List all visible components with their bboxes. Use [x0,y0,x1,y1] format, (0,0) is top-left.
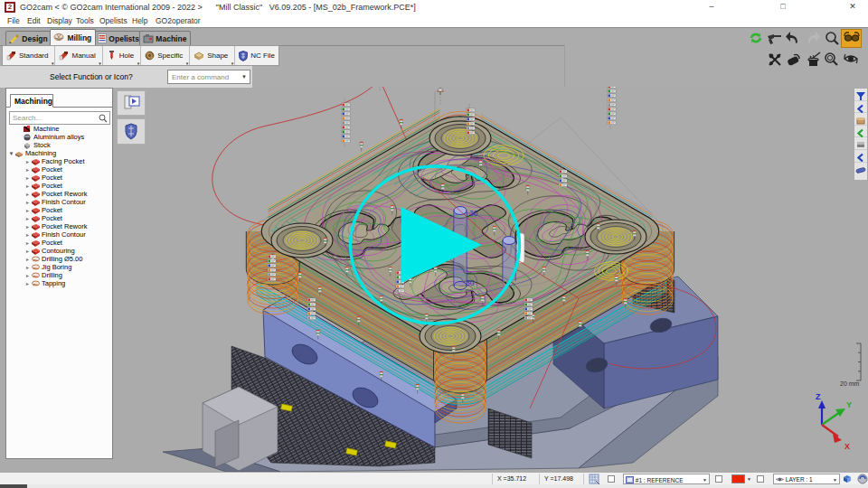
svg-text:20 mm: 20 mm [840,380,860,387]
svg-text:Y: Y [846,400,852,409]
svg-text:X: X [844,442,850,451]
svg-text:Z: Z [816,392,821,401]
svg-text:30: 30 [466,278,475,287]
svg-text:30: 30 [469,209,478,218]
